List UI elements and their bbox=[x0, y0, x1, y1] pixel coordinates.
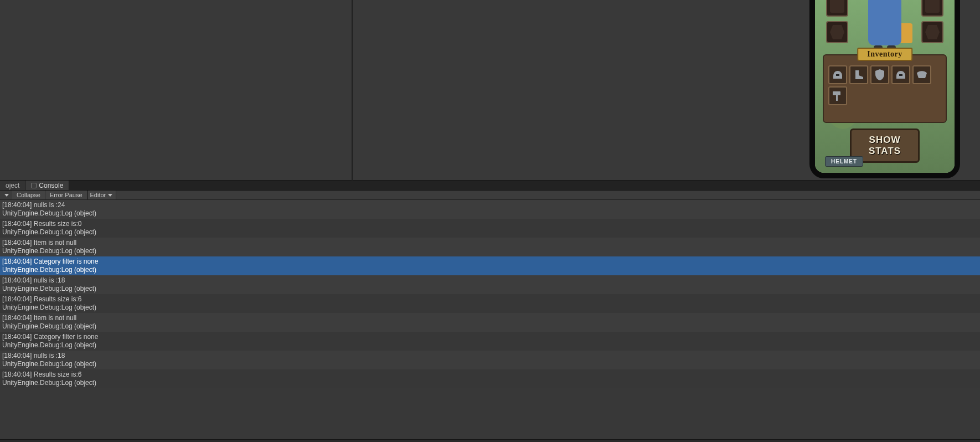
inventory-slot-helmet2[interactable] bbox=[891, 65, 910, 84]
equip-slot-gloves-right[interactable] bbox=[921, 21, 943, 43]
console-log-row[interactable]: [18:40:04] Category filter is noneUnityE… bbox=[0, 332, 980, 351]
console-log-row[interactable]: [18:40:04] Results size is:0UnityEngine.… bbox=[0, 219, 980, 238]
editor-dropdown-label: Editor bbox=[90, 192, 106, 198]
viewport-splitter[interactable] bbox=[352, 0, 353, 181]
inventory-slot-pauldron[interactable] bbox=[912, 65, 931, 84]
log-source: UnityEngine.Debug:Log (object) bbox=[2, 322, 978, 331]
log-message: [18:40:04] Results size is:6 bbox=[2, 295, 978, 304]
console-log-list[interactable]: [18:40:04] nulls is :24UnityEngine.Debug… bbox=[0, 200, 980, 439]
log-message: [18:40:04] Category filter is none bbox=[2, 333, 978, 341]
inventory-slot-shield[interactable] bbox=[870, 65, 889, 84]
console-log-row[interactable]: [18:40:04] nulls is :18UnityEngine.Debug… bbox=[0, 351, 980, 369]
editor-dropdown[interactable]: Editor bbox=[87, 191, 117, 199]
game-preview-device: Inventory SHOW STATS HELMET bbox=[809, 0, 960, 178]
status-bar bbox=[0, 439, 980, 442]
console-clear-dropdown[interactable] bbox=[0, 191, 12, 199]
log-source: UnityEngine.Debug:Log (object) bbox=[2, 285, 978, 293]
chevron-down-icon bbox=[108, 194, 112, 197]
console-log-row[interactable]: [18:40:04] nulls is :18UnityEngine.Debug… bbox=[0, 275, 980, 294]
console-log-row[interactable]: [18:40:04] Item is not nullUnityEngine.D… bbox=[0, 238, 980, 256]
tab-console-label: Console bbox=[39, 182, 63, 189]
log-message: [18:40:04] nulls is :18 bbox=[2, 276, 978, 285]
chevron-down-icon bbox=[4, 194, 9, 197]
error-pause-button[interactable]: Error Pause bbox=[45, 191, 87, 199]
console-log-row[interactable]: [18:40:04] Results size is:6UnityEngine.… bbox=[0, 369, 980, 388]
svg-rect-2 bbox=[833, 91, 840, 95]
log-message: [18:40:04] Item is not null bbox=[2, 314, 978, 322]
log-message: [18:40:04] Category filter is none bbox=[2, 258, 978, 266]
inventory-slot-boots[interactable] bbox=[849, 65, 868, 84]
console-log-row[interactable]: [18:40:04] Category filter is noneUnityE… bbox=[0, 256, 980, 275]
log-message: [18:40:04] nulls is :24 bbox=[2, 201, 978, 209]
log-source: UnityEngine.Debug:Log (object) bbox=[2, 228, 978, 237]
equip-slot-gloves-left[interactable] bbox=[826, 21, 848, 43]
svg-rect-1 bbox=[899, 74, 902, 76]
console-log-row[interactable]: [18:40:04] Results size is:6UnityEngine.… bbox=[0, 294, 980, 313]
collapse-button[interactable]: Collapse bbox=[12, 191, 45, 199]
log-message: [18:40:04] nulls is :18 bbox=[2, 352, 978, 360]
log-message: [18:40:04] Item is not null bbox=[2, 239, 978, 247]
inventory-slot-hammer[interactable] bbox=[828, 86, 847, 105]
console-toolbar: Collapse Error Pause Editor bbox=[0, 191, 980, 200]
editor-viewport: Inventory SHOW STATS HELMET bbox=[0, 0, 980, 181]
helmet-chip[interactable]: HELMET bbox=[825, 156, 863, 167]
inventory-slot-helmet[interactable] bbox=[828, 65, 847, 84]
equip-slot-top-right[interactable] bbox=[921, 0, 943, 17]
log-source: UnityEngine.Debug:Log (object) bbox=[2, 209, 978, 218]
equip-slot-top-left[interactable] bbox=[826, 0, 848, 17]
tab-project[interactable]: oject bbox=[0, 181, 25, 190]
log-source: UnityEngine.Debug:Log (object) bbox=[2, 266, 978, 274]
log-message: [18:40:04] Results size is:6 bbox=[2, 371, 978, 379]
log-source: UnityEngine.Debug:Log (object) bbox=[2, 360, 978, 368]
svg-rect-0 bbox=[836, 74, 839, 76]
console-log-row[interactable]: [18:40:04] Item is not nullUnityEngine.D… bbox=[0, 313, 980, 332]
log-source: UnityEngine.Debug:Log (object) bbox=[2, 341, 978, 350]
console-log-row[interactable]: [18:40:04] nulls is :24UnityEngine.Debug… bbox=[0, 200, 980, 219]
tab-project-label: oject bbox=[6, 182, 19, 189]
log-source: UnityEngine.Debug:Log (object) bbox=[2, 379, 978, 387]
tab-console[interactable]: Console bbox=[25, 181, 69, 190]
panel-tabbar: oject Console bbox=[0, 181, 980, 191]
inventory-title: Inventory bbox=[857, 48, 912, 61]
log-source: UnityEngine.Debug:Log (object) bbox=[2, 304, 978, 312]
svg-rect-3 bbox=[836, 95, 838, 101]
log-message: [18:40:04] Results size is:0 bbox=[2, 220, 978, 228]
inventory-panel: Inventory bbox=[823, 54, 947, 123]
log-source: UnityEngine.Debug:Log (object) bbox=[2, 247, 978, 255]
console-icon bbox=[31, 183, 37, 188]
